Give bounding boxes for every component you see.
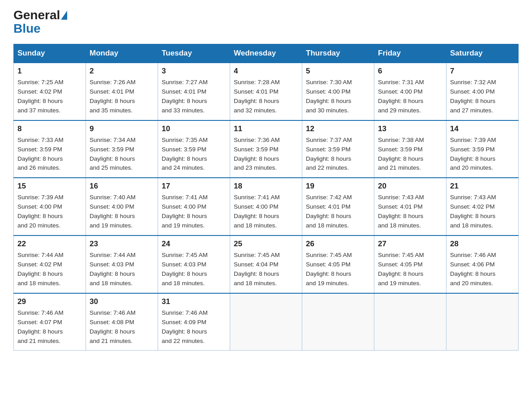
calendar-cell (230, 293, 302, 351)
day-number: 7 (450, 67, 515, 76)
day-number: 9 (90, 124, 154, 133)
calendar-cell: 19Sunrise: 7:42 AMSunset: 4:01 PMDayligh… (302, 178, 374, 235)
day-number: 15 (17, 182, 82, 191)
day-number: 29 (17, 297, 82, 306)
calendar-cell: 10Sunrise: 7:35 AMSunset: 3:59 PMDayligh… (158, 120, 230, 178)
day-number: 19 (306, 182, 370, 191)
calendar-table: SundayMondayTuesdayWednesdayThursdayFrid… (13, 44, 519, 351)
calendar-cell: 29Sunrise: 7:46 AMSunset: 4:07 PMDayligh… (14, 293, 86, 351)
day-number: 26 (306, 240, 370, 248)
day-info: Sunrise: 7:35 AMSunset: 3:59 PMDaylight:… (162, 136, 226, 173)
calendar-cell: 24Sunrise: 7:45 AMSunset: 4:03 PMDayligh… (158, 235, 230, 293)
day-info: Sunrise: 7:31 AMSunset: 4:00 PMDaylight:… (378, 78, 442, 116)
day-number: 4 (234, 67, 298, 76)
day-info: Sunrise: 7:38 AMSunset: 3:59 PMDaylight:… (378, 136, 442, 173)
day-number: 31 (162, 297, 226, 306)
day-info: Sunrise: 7:28 AMSunset: 4:01 PMDaylight:… (234, 78, 298, 116)
day-number: 11 (234, 124, 298, 133)
day-info: Sunrise: 7:30 AMSunset: 4:00 PMDaylight:… (306, 78, 370, 116)
calendar-cell: 4Sunrise: 7:28 AMSunset: 4:01 PMDaylight… (230, 63, 302, 120)
calendar-cell: 13Sunrise: 7:38 AMSunset: 3:59 PMDayligh… (374, 120, 446, 178)
calendar-cell: 7Sunrise: 7:32 AMSunset: 4:00 PMDaylight… (446, 63, 519, 120)
logo-blue-text: Blue (13, 21, 41, 35)
day-number: 16 (90, 182, 154, 191)
day-info: Sunrise: 7:27 AMSunset: 4:01 PMDaylight:… (162, 78, 226, 116)
weekday-header-saturday: Saturday (446, 44, 519, 63)
day-number: 24 (162, 240, 226, 248)
calendar-cell: 9Sunrise: 7:34 AMSunset: 3:59 PMDaylight… (86, 120, 158, 178)
day-number: 22 (17, 240, 82, 248)
day-number: 10 (162, 124, 226, 133)
calendar-cell: 26Sunrise: 7:45 AMSunset: 4:05 PMDayligh… (302, 235, 374, 293)
day-info: Sunrise: 7:44 AMSunset: 4:02 PMDaylight:… (17, 251, 82, 288)
calendar-cell: 30Sunrise: 7:46 AMSunset: 4:08 PMDayligh… (86, 293, 158, 351)
day-number: 30 (90, 297, 154, 306)
weekday-header-sunday: Sunday (14, 44, 86, 63)
weekday-header-wednesday: Wednesday (230, 44, 302, 63)
calendar-cell: 23Sunrise: 7:44 AMSunset: 4:03 PMDayligh… (86, 235, 158, 293)
day-number: 18 (234, 182, 298, 191)
weekday-header-friday: Friday (374, 44, 446, 63)
calendar-cell: 6Sunrise: 7:31 AMSunset: 4:00 PMDaylight… (374, 63, 446, 120)
day-number: 27 (378, 240, 442, 248)
day-info: Sunrise: 7:43 AMSunset: 4:01 PMDaylight:… (378, 193, 442, 231)
calendar-cell: 5Sunrise: 7:30 AMSunset: 4:00 PMDaylight… (302, 63, 374, 120)
week-row-4: 22Sunrise: 7:44 AMSunset: 4:02 PMDayligh… (14, 235, 519, 293)
weekday-header-tuesday: Tuesday (158, 44, 230, 63)
calendar-cell: 21Sunrise: 7:43 AMSunset: 4:02 PMDayligh… (446, 178, 519, 235)
day-info: Sunrise: 7:46 AMSunset: 4:08 PMDaylight:… (90, 308, 154, 346)
calendar-cell: 12Sunrise: 7:37 AMSunset: 3:59 PMDayligh… (302, 120, 374, 178)
day-info: Sunrise: 7:45 AMSunset: 4:05 PMDaylight:… (306, 251, 370, 288)
day-info: Sunrise: 7:46 AMSunset: 4:09 PMDaylight:… (162, 308, 226, 346)
day-number: 12 (306, 124, 370, 133)
day-info: Sunrise: 7:41 AMSunset: 4:00 PMDaylight:… (162, 193, 226, 231)
calendar-cell: 20Sunrise: 7:43 AMSunset: 4:01 PMDayligh… (374, 178, 446, 235)
day-info: Sunrise: 7:34 AMSunset: 3:59 PMDaylight:… (90, 136, 154, 173)
calendar-cell (302, 293, 374, 351)
day-number: 5 (306, 67, 370, 76)
weekday-header-row: SundayMondayTuesdayWednesdayThursdayFrid… (14, 44, 519, 63)
day-number: 8 (17, 124, 82, 133)
day-number: 13 (378, 124, 442, 133)
calendar-cell: 22Sunrise: 7:44 AMSunset: 4:02 PMDayligh… (14, 235, 86, 293)
day-number: 2 (90, 67, 154, 76)
day-info: Sunrise: 7:45 AMSunset: 4:04 PMDaylight:… (234, 251, 298, 288)
week-row-3: 15Sunrise: 7:39 AMSunset: 4:00 PMDayligh… (14, 178, 519, 235)
day-number: 14 (450, 124, 515, 133)
day-info: Sunrise: 7:25 AMSunset: 4:02 PMDaylight:… (17, 78, 82, 116)
calendar-cell (374, 293, 446, 351)
calendar-cell: 8Sunrise: 7:33 AMSunset: 3:59 PMDaylight… (14, 120, 86, 178)
day-info: Sunrise: 7:42 AMSunset: 4:01 PMDaylight:… (306, 193, 370, 231)
weekday-header-monday: Monday (86, 44, 158, 63)
calendar-cell: 3Sunrise: 7:27 AMSunset: 4:01 PMDaylight… (158, 63, 230, 120)
calendar-cell: 25Sunrise: 7:45 AMSunset: 4:04 PMDayligh… (230, 235, 302, 293)
day-info: Sunrise: 7:33 AMSunset: 3:59 PMDaylight:… (17, 136, 82, 173)
calendar-cell: 1Sunrise: 7:25 AMSunset: 4:02 PMDaylight… (14, 63, 86, 120)
calendar-cell: 17Sunrise: 7:41 AMSunset: 4:00 PMDayligh… (158, 178, 230, 235)
day-number: 21 (450, 182, 515, 191)
day-info: Sunrise: 7:44 AMSunset: 4:03 PMDaylight:… (90, 251, 154, 288)
day-info: Sunrise: 7:45 AMSunset: 4:05 PMDaylight:… (378, 251, 442, 288)
day-info: Sunrise: 7:32 AMSunset: 4:00 PMDaylight:… (450, 78, 515, 116)
day-info: Sunrise: 7:39 AMSunset: 4:00 PMDaylight:… (17, 193, 82, 231)
day-info: Sunrise: 7:45 AMSunset: 4:03 PMDaylight:… (162, 251, 226, 288)
day-number: 6 (378, 67, 442, 76)
day-info: Sunrise: 7:46 AMSunset: 4:07 PMDaylight:… (17, 308, 82, 346)
day-info: Sunrise: 7:37 AMSunset: 3:59 PMDaylight:… (306, 136, 370, 173)
week-row-1: 1Sunrise: 7:25 AMSunset: 4:02 PMDaylight… (14, 63, 519, 120)
calendar-cell: 31Sunrise: 7:46 AMSunset: 4:09 PMDayligh… (158, 293, 230, 351)
logo: General Blue (13, 9, 68, 36)
calendar-cell: 27Sunrise: 7:45 AMSunset: 4:05 PMDayligh… (374, 235, 446, 293)
day-number: 20 (378, 182, 442, 191)
day-info: Sunrise: 7:39 AMSunset: 3:59 PMDaylight:… (450, 136, 515, 173)
week-row-2: 8Sunrise: 7:33 AMSunset: 3:59 PMDaylight… (14, 120, 519, 178)
calendar-cell: 14Sunrise: 7:39 AMSunset: 3:59 PMDayligh… (446, 120, 519, 178)
day-info: Sunrise: 7:26 AMSunset: 4:01 PMDaylight:… (90, 78, 154, 116)
logo-general-text: General (13, 9, 60, 21)
calendar-cell: 16Sunrise: 7:40 AMSunset: 4:00 PMDayligh… (86, 178, 158, 235)
day-number: 23 (90, 240, 154, 248)
day-number: 28 (450, 240, 515, 248)
logo-triangle-icon (61, 11, 67, 20)
day-info: Sunrise: 7:43 AMSunset: 4:02 PMDaylight:… (450, 193, 515, 231)
day-number: 17 (162, 182, 226, 191)
